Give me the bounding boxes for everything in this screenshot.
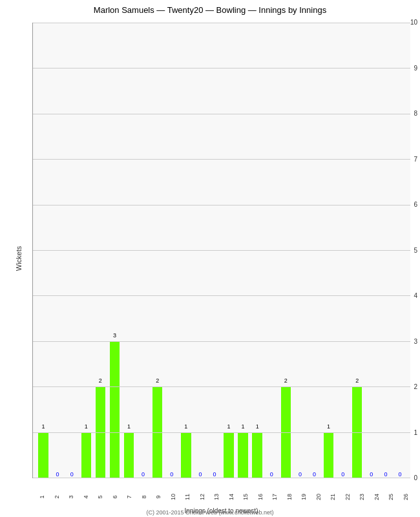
x-axis-label: 8 [142, 490, 147, 505]
bar-value-label: 1 [227, 423, 231, 430]
x-axis-label: 11 [185, 490, 191, 505]
bar-zero-label: 0 [270, 471, 273, 478]
grid-line [33, 250, 410, 251]
bar-zero-label: 0 [341, 471, 344, 478]
x-axis-label: 17 [272, 490, 278, 505]
x-axis-label: 14 [229, 490, 235, 505]
bar-zero-label: 0 [198, 471, 202, 478]
y-tick-label: 1 [388, 429, 417, 436]
bar-value-label: 2 [99, 377, 102, 384]
bar-value-label: 1 [184, 423, 187, 430]
x-axis-label: 20 [316, 490, 322, 505]
x-axis-label: 10 [171, 490, 176, 505]
bar-zero-label: 0 [170, 471, 173, 478]
bar-value-label: 1 [85, 423, 88, 430]
x-axis-label: 9 [156, 490, 162, 505]
x-axis-label: 19 [301, 490, 307, 505]
bar-value-label: 2 [355, 377, 359, 384]
bar-zero-label: 0 [142, 471, 145, 478]
bar-value-label: 2 [284, 377, 288, 384]
grid-line [33, 386, 410, 387]
bar-value-label: 1 [256, 423, 259, 430]
bar-zero-label: 0 [213, 471, 216, 478]
x-axis-labels: 1234567891011121314151617181920212223242… [32, 494, 410, 503]
bar: 1 [38, 432, 48, 478]
bar: 1 [181, 432, 191, 478]
bar: 1 [224, 432, 233, 478]
bar-value-label: 1 [42, 423, 45, 430]
grid-line [33, 341, 410, 342]
grid-line [33, 23, 410, 23]
bar-zero-label: 0 [56, 471, 59, 478]
x-axis-label: 18 [287, 490, 293, 505]
y-tick-label: 4 [388, 292, 417, 299]
chart-area: 10012310201001110200102000 [32, 23, 410, 478]
x-axis-label: 4 [83, 490, 89, 505]
x-axis-label: 23 [359, 490, 365, 505]
bar-zero-label: 0 [370, 471, 373, 478]
grid-line [33, 432, 410, 433]
x-axis-label: 7 [127, 490, 132, 505]
x-axis-label: 15 [243, 490, 249, 505]
bar: 1 [124, 432, 134, 478]
grid-line [33, 295, 410, 296]
bar-value-label: 3 [113, 332, 116, 339]
bar-value-label: 1 [127, 423, 131, 430]
bar-zero-label: 0 [384, 471, 387, 478]
y-axis-label: Wickets [15, 246, 23, 271]
bar: 1 [81, 432, 91, 478]
y-tick-label: 3 [388, 338, 417, 345]
grid-line [33, 68, 410, 69]
bar: 1 [238, 432, 247, 478]
x-axis-label: 6 [112, 490, 118, 505]
bar: 1 [252, 432, 262, 478]
grid-line [33, 478, 410, 478]
y-tick-label: 6 [388, 201, 417, 208]
x-axis-label: 3 [68, 490, 74, 505]
chart-title: Marlon Samuels — Twenty20 — Bowling — In… [0, 0, 420, 17]
bar-zero-label: 0 [313, 471, 316, 478]
y-tick-label: 0 [388, 474, 417, 481]
x-axis-label: 2 [54, 490, 60, 505]
grid-line [33, 205, 410, 206]
bar-value-label: 1 [327, 423, 330, 430]
x-axis-label: 12 [200, 490, 205, 505]
x-axis-label: 24 [374, 490, 380, 505]
y-tick-label: 8 [388, 110, 417, 117]
y-tick-label: 2 [388, 383, 417, 390]
grid-line [33, 159, 410, 160]
grid-line [33, 114, 410, 114]
y-tick-label: 7 [388, 156, 417, 163]
x-axis-label: 5 [98, 490, 103, 505]
x-axis-label: 22 [345, 490, 351, 505]
x-axis-label: 1 [39, 490, 45, 505]
x-axis-label: 26 [403, 490, 409, 505]
bar: 1 [324, 432, 333, 478]
x-axis-label: 16 [258, 490, 264, 505]
y-tick-label: 9 [388, 65, 417, 72]
bar: 3 [110, 341, 120, 478]
bar-value-label: 1 [242, 423, 245, 430]
x-axis-label: 25 [388, 490, 394, 505]
bar-value-label: 2 [156, 377, 159, 384]
bar-zero-label: 0 [299, 471, 302, 478]
x-axis-label: 13 [214, 490, 220, 505]
y-tick-label: 5 [388, 247, 417, 254]
footer-text: (C) 2001-2015 Cricket Web (www.cricketwe… [0, 509, 420, 516]
y-tick-label: 10 [388, 19, 417, 26]
chart-container: Marlon Samuels — Twenty20 — Bowling — In… [0, 0, 420, 517]
x-axis-label: 21 [330, 490, 336, 505]
bar-zero-label: 0 [70, 471, 74, 478]
